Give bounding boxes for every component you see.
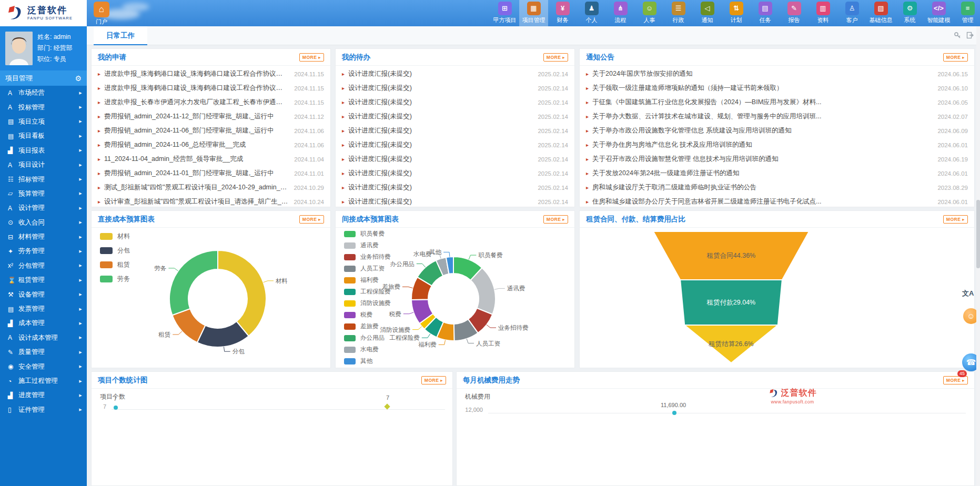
legend-item[interactable]: 其他: [344, 357, 391, 365]
legend-item[interactable]: 分包: [100, 246, 130, 255]
top-nav-item[interactable]: ▤ 任务: [751, 0, 780, 26]
sidebar-menu-item[interactable]: ☷ 招标管理 ▶: [0, 172, 87, 186]
more-button[interactable]: MORE: [943, 53, 968, 62]
gear-icon[interactable]: ⚙: [75, 74, 82, 83]
sidebar-menu-item[interactable]: ▱ 预算管理 ▶: [0, 187, 87, 201]
legend-item[interactable]: 业务招待费: [344, 253, 391, 261]
list-item[interactable]: 设计进度汇报(未提交) 2025.02.14: [336, 67, 574, 81]
list-item[interactable]: 房和城乡建设厅关于取消二级建造师临时执业证书的公告 2023.08.29: [580, 180, 974, 195]
legend-item[interactable]: 职员餐费: [344, 230, 391, 238]
legend-item[interactable]: 消防设施费: [344, 299, 391, 307]
sidebar-menu-item[interactable]: A 设计成本管理 ▶: [0, 331, 87, 345]
key-icon[interactable]: [954, 32, 961, 39]
list-item[interactable]: 设计进度汇报(未提交) 2025.02.14: [336, 195, 574, 209]
list-item[interactable]: 设计进度汇报(未提交) 2025.02.14: [336, 180, 574, 195]
legend-item[interactable]: 工程保险费: [344, 288, 391, 296]
sidebar-menu-item[interactable]: ⌛ 租赁管理 ▶: [0, 273, 87, 287]
legend-item[interactable]: 材料: [100, 232, 130, 241]
legend-item[interactable]: 通讯费: [344, 241, 391, 249]
top-nav-item[interactable]: </> 智能建模: [924, 0, 953, 26]
list-item[interactable]: 关于2024年国庆节放假安排的通知 2024.06.15: [580, 67, 974, 81]
list-item[interactable]: 关于举办住房与房地产信息化 技术及应用培训班的通知 2024.06.01: [580, 138, 974, 152]
sidebar-menu-item[interactable]: ◔ 施工过程管理 ▶: [0, 374, 87, 388]
top-nav-item[interactable]: ◁ 通知: [693, 0, 722, 26]
more-button[interactable]: MORE: [543, 53, 568, 62]
sidebar-menu-item[interactable]: ◉ 安全管理 ▶: [0, 359, 87, 373]
top-nav-item[interactable]: ▧ 基础信息: [866, 0, 895, 26]
top-nav-item[interactable]: ⋔ 流程: [606, 0, 635, 26]
list-item[interactable]: 关于领取一级注册建造师增项贴的通知（须持一建证书前来领取） 2024.06.10: [580, 81, 974, 95]
list-item[interactable]: 关于发放2024年第24批一级建造师注册证书的通知 2024.06.01: [580, 166, 974, 180]
more-button[interactable]: MORE: [299, 215, 324, 224]
legend-item[interactable]: 水电费: [344, 346, 391, 353]
sidebar-menu-item[interactable]: x² 分包管理 ▶: [0, 259, 87, 273]
sidebar-menu-item[interactable]: A 投标管理 ▶: [0, 100, 87, 114]
top-nav-item[interactable]: ▥ 资料: [809, 0, 837, 26]
list-item[interactable]: 11_2024-11-04_admin_经营部_领导审批__完成 2024.11…: [92, 152, 330, 166]
more-button[interactable]: MORE: [943, 376, 968, 384]
scrollbar-thumb[interactable]: [976, 200, 980, 268]
donut-segment[interactable]: [169, 250, 218, 315]
list-item[interactable]: 设计审查_彭祖新城"四馆"景观工程设计项目_请选择_胡广生_2024-10-2.…: [92, 195, 330, 209]
sidebar-menu-item[interactable]: ✦ 劳务管理 ▶: [0, 244, 87, 258]
translate-widget[interactable]: 文A: [962, 289, 974, 298]
top-nav-item[interactable]: ⇅ 计划: [722, 0, 751, 26]
list-item[interactable]: 设计进度汇报(未提交) 2025.02.14: [336, 138, 574, 152]
more-button[interactable]: MORE: [543, 215, 568, 224]
list-item[interactable]: 费用报销_admin_2024-11-01_部门经理审批_胡建,_运行中 202…: [92, 166, 330, 180]
list-item[interactable]: 关于举办大数据、云计算技术在城市建设、规划、管理与服务中的应用培训班... 20…: [580, 109, 974, 124]
legend-item[interactable]: 办公用品: [344, 334, 391, 342]
list-item[interactable]: 关于召开市政公用设施智慧化管理 信息技术与应用培训班的通知 2024.06.19: [580, 152, 974, 166]
top-nav-item[interactable]: ▦ 项目管理: [519, 0, 548, 26]
legend-item[interactable]: 租赁: [100, 260, 130, 269]
sidebar-menu-item[interactable]: ▯ 证件管理 ▶: [0, 403, 87, 417]
top-nav-item[interactable]: ☰ 行政: [664, 0, 693, 26]
legend-item[interactable]: 人员工资: [344, 265, 391, 272]
legend-item[interactable]: 福利费: [344, 276, 391, 284]
top-nav-item[interactable]: ¥ 财务: [548, 0, 577, 26]
top-nav-item[interactable]: ✎ 报告: [780, 0, 809, 26]
list-item[interactable]: 设计进度汇报(未提交) 2025.02.14: [336, 166, 574, 180]
more-button[interactable]: MORE: [943, 215, 968, 224]
legend-item[interactable]: 差旅费: [344, 322, 391, 330]
sidebar-menu-item[interactable]: A 设计管理 ▶: [0, 201, 87, 215]
more-button[interactable]: MORE: [421, 376, 446, 384]
list-item[interactable]: 费用报销_admin_2024-11-06_总经理审批__完成 2024.11.…: [92, 138, 330, 152]
sidebar-menu-item[interactable]: ▟ 进度管理 ▶: [0, 388, 87, 402]
sidebar-menu-item[interactable]: ▤ 项目看板 ▶: [0, 129, 87, 143]
expand-icon[interactable]: [966, 32, 974, 39]
list-item[interactable]: 设计进度汇报(未提交) 2025.02.14: [336, 95, 574, 109]
list-item[interactable]: 设计进度汇报(未提交) 2025.02.14: [336, 152, 574, 166]
sidebar-menu-item[interactable]: ⊟ 材料管理 ▶: [0, 230, 87, 244]
sidebar-menu-item[interactable]: ⚒ 设备管理 ▶: [0, 287, 87, 301]
legend-item[interactable]: 税费: [344, 311, 391, 319]
legend-item[interactable]: 劳务: [100, 275, 130, 284]
sidebar-menu-item[interactable]: ▟ 项目报表 ▶: [0, 144, 87, 158]
list-item[interactable]: 费用报销_admin_2024-11-12_部门经理审批_胡建,_运行中 202…: [92, 109, 330, 124]
list-item[interactable]: 关于举办市政公用设施数字化管理信息 系统建设与应用培训班的通知 2024.06.…: [580, 124, 974, 138]
sidebar-menu-item[interactable]: ▤ 发票管理 ▶: [0, 302, 87, 316]
top-nav-item[interactable]: ⚙ 系统: [895, 0, 924, 26]
list-item[interactable]: 设计进度汇报(未提交) 2025.02.14: [336, 81, 574, 95]
list-item[interactable]: 于征集《中国建筑施工行业信息化发展报告（2024）—BIM应用与发展》材料...…: [580, 95, 974, 109]
top-nav-item[interactable]: ≡ 管理: [953, 0, 980, 26]
sidebar-menu-item[interactable]: ▟ 成本管理 ▶: [0, 316, 87, 330]
top-nav-item[interactable]: ♟ 个人: [577, 0, 606, 26]
list-item[interactable]: 测试_彭祖新城"四馆"景观工程设计项目_2024-10-29_admin_结束_…: [92, 180, 330, 195]
tab-daily-work[interactable]: 日常工作: [94, 26, 147, 45]
list-item[interactable]: 设计进度汇报(未提交) 2025.02.14: [336, 124, 574, 138]
top-nav-item[interactable]: ♙ 客户: [837, 0, 866, 26]
list-item[interactable]: 进度款申报_珠海鹤港口建设_珠海鹤港口建设工程合作协议书_admin_... 2…: [92, 67, 330, 81]
sidebar-menu-item[interactable]: ✎ 质量管理 ▶: [0, 345, 87, 359]
top-nav-item[interactable]: ⊞ 甲方项目: [490, 0, 519, 26]
sidebar-menu-item[interactable]: ⊙ 收入合同 ▶: [0, 216, 87, 230]
list-item[interactable]: 住房和城乡建设部办公厅关于同意吉林省开展二级建造师注册证书电子化试点... 20…: [580, 195, 974, 209]
sidebar-menu-item[interactable]: A 项目设计 ▶: [0, 158, 87, 172]
list-item[interactable]: 进度款申报_长春市伊通河水力发电厂改建工程_长春市伊通河水力发电... 2024…: [92, 95, 330, 109]
sidebar-menu-item[interactable]: A 市场经营 ▶: [0, 86, 87, 100]
donut-segment[interactable]: [218, 250, 266, 336]
more-button[interactable]: MORE: [299, 53, 324, 62]
sidebar-menu-item[interactable]: ▤ 项目立项 ▶: [0, 115, 87, 129]
list-item[interactable]: 进度款申报_珠海鹤港口建设_珠海鹤港口建设工程合作协议书_admin_... 2…: [92, 81, 330, 95]
list-item[interactable]: 设计进度汇报(未提交) 2025.02.14: [336, 109, 574, 124]
